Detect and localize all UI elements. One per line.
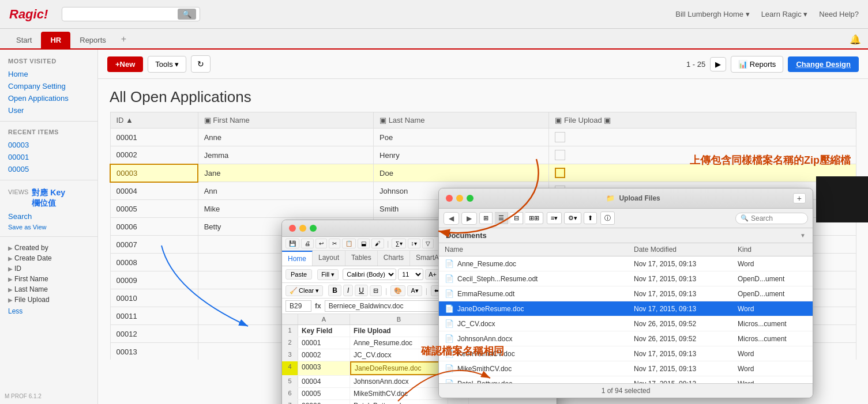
- table-row[interactable]: 00002JemmaHenry: [110, 146, 856, 164]
- italic-button[interactable]: I: [343, 285, 353, 296]
- close-btn[interactable]: [446, 195, 453, 202]
- file-row[interactable]: 📄JaneDoeResume.docNov 17, 2015, 09:13Wor…: [439, 301, 813, 316]
- field-last-name[interactable]: ▶ Last Name: [8, 284, 89, 294]
- back-button[interactable]: ◀: [444, 212, 459, 225]
- excel-cell-b: JaneDoeResume.doc: [350, 361, 448, 375]
- view-options-btn[interactable]: ≡▾: [547, 212, 562, 224]
- paste-button[interactable]: Paste: [285, 269, 312, 280]
- home-menu[interactable]: Bill Lumbergh Home ▾: [675, 10, 749, 18]
- gear-btn[interactable]: ⚙▾: [564, 212, 581, 224]
- file-row[interactable]: 📄Cecil_Steph...Resume.odtNov 17, 2015, 0…: [439, 271, 813, 286]
- field-created-by[interactable]: ▶ Created by: [8, 243, 89, 253]
- file-row[interactable]: 📄JohnsonAnn.docxNov 26, 2015, 09:52Micro…: [439, 331, 813, 346]
- excel-tb-btn-7[interactable]: 🖌: [371, 239, 384, 248]
- maximize-btn[interactable]: [467, 195, 474, 202]
- excel-tb-btn-5[interactable]: 📋: [342, 239, 356, 248]
- bold-button[interactable]: B: [328, 285, 341, 296]
- search-button[interactable]: 🔍: [178, 9, 196, 20]
- excel-minimize-btn[interactable]: [299, 225, 306, 232]
- next-page-button[interactable]: ▶: [710, 57, 726, 71]
- file-row[interactable]: 📄MikeSmithCV.docNov 17, 2015, 09:13Word: [439, 361, 813, 376]
- sidebar-item-open-applications[interactable]: Open Applications: [0, 92, 97, 104]
- learn-menu[interactable]: Learn Ragic ▾: [761, 10, 808, 18]
- logo[interactable]: Ragic!: [9, 7, 48, 22]
- field-file-upload[interactable]: ▶ File Upload: [8, 294, 89, 305]
- tab-start[interactable]: Start: [7, 32, 41, 48]
- file-row[interactable]: 📄Anne_Resume.docNov 17, 2015, 09:13Word: [439, 256, 813, 271]
- sidebar-item-user[interactable]: User: [0, 104, 97, 116]
- excel-tb-btn-1[interactable]: 💾: [285, 239, 299, 248]
- win-plus-button[interactable]: +: [793, 193, 806, 203]
- excel-tab-home[interactable]: Home: [282, 251, 313, 266]
- file-row[interactable]: 📄EmmaResume.odtNov 17, 2015, 09:13OpenD.…: [439, 286, 813, 301]
- view-icon-btn[interactable]: ⊞: [479, 212, 493, 224]
- highlight-btn[interactable]: 🎨: [390, 285, 405, 296]
- file-icon: 📄: [445, 319, 454, 328]
- save-as-view-link[interactable]: Save as View: [0, 222, 97, 232]
- file-kind: Word: [738, 260, 807, 268]
- search-input[interactable]: [66, 10, 178, 18]
- forward-button[interactable]: ▶: [461, 212, 477, 225]
- recent-item-3[interactable]: 00005: [0, 163, 97, 175]
- font-family-select[interactable]: Calibri (Body): [343, 269, 396, 280]
- font-color-btn[interactable]: A▾: [407, 285, 422, 296]
- excel-tb-btn-6[interactable]: ⬓: [358, 239, 370, 248]
- col-first-name: ▣ First Name: [198, 112, 373, 129]
- minimize-btn[interactable]: [456, 195, 463, 202]
- field-first-name[interactable]: ▶ First Name: [8, 274, 89, 284]
- win-search-input[interactable]: [751, 214, 803, 222]
- info-btn[interactable]: ⓘ: [600, 212, 615, 225]
- excel-maximize-btn[interactable]: [310, 225, 317, 232]
- table-row[interactable]: 00001AnnePoe: [110, 129, 856, 146]
- cell-ref-box[interactable]: B29: [285, 300, 311, 312]
- excel-tb-btn-4[interactable]: ✂: [329, 239, 340, 248]
- reports-button[interactable]: 📊 Reports: [731, 56, 783, 73]
- tools-button[interactable]: Tools ▾: [148, 56, 186, 73]
- tab-reports[interactable]: Reports: [70, 32, 115, 48]
- excel-tb-btn-2[interactable]: 🖨: [301, 239, 314, 248]
- field-create-date[interactable]: ▶ Create Date: [8, 253, 89, 263]
- clear-button[interactable]: 🧹 Clear ▾: [285, 285, 323, 296]
- table-row[interactable]: 00003JaneDoe: [110, 164, 856, 182]
- fill-button[interactable]: Fill ▾: [317, 269, 339, 280]
- cell-last-name: Henry: [374, 146, 549, 164]
- notification-bell[interactable]: 🔔: [850, 34, 861, 48]
- excel-cell-b: Patel_Bettycv.doc: [350, 400, 448, 404]
- new-button[interactable]: +New: [107, 56, 143, 72]
- excel-cell-a: 00001: [298, 337, 350, 349]
- search-link[interactable]: Search: [0, 210, 97, 222]
- excel-close-btn[interactable]: [289, 225, 296, 232]
- excel-tb-btn-filter[interactable]: ▽: [422, 239, 434, 248]
- less-link[interactable]: Less: [0, 306, 97, 316]
- excel-tb-btn-sum[interactable]: ∑▾: [392, 239, 405, 248]
- excel-row[interactable]: 700006Patel_Bettycv.doc: [282, 400, 557, 404]
- view-list-btn[interactable]: ☰: [495, 212, 508, 224]
- upload-window-toolbar: ◀ ▶ ⊞ ☰ ⊟ ⊞⊞ ≡▾ ⚙▾ ⬆ ⓘ 🔍: [439, 209, 813, 228]
- recent-item-2[interactable]: 00001: [0, 151, 97, 163]
- excel-tab-charts[interactable]: Charts: [378, 251, 410, 266]
- strikethrough-btn[interactable]: ⊟: [370, 285, 382, 296]
- excel-tb-btn-3[interactable]: ↩: [315, 239, 327, 248]
- sidebar-item-company-setting[interactable]: Company Setting: [0, 80, 97, 92]
- recent-item-1[interactable]: 00003: [0, 139, 97, 151]
- sidebar-item-home[interactable]: Home: [0, 68, 97, 80]
- sort-btn[interactable]: ▼: [800, 232, 806, 239]
- view-gallery-btn[interactable]: ⊞⊞: [525, 212, 543, 224]
- refresh-button[interactable]: ↻: [191, 55, 211, 73]
- excel-tab-tables[interactable]: Tables: [345, 251, 378, 266]
- view-columns-btn[interactable]: ⊟: [510, 212, 523, 224]
- tab-hr[interactable]: HR: [41, 32, 70, 48]
- file-row[interactable]: 📄JC_CV.docxNov 26, 2015, 09:52Micros...c…: [439, 316, 813, 331]
- help-link[interactable]: Need Help?: [819, 10, 859, 18]
- font-size-select[interactable]: 11: [398, 269, 423, 280]
- excel-row-num: 4: [282, 361, 298, 375]
- file-row[interactable]: 📄Patel_Bettycv.docNov 17, 2015, 09:13Wor…: [439, 376, 813, 383]
- excel-tb-btn-sort[interactable]: ↕▾: [408, 239, 420, 248]
- share-btn[interactable]: ⬆: [584, 212, 597, 224]
- change-design-button[interactable]: Change Design: [788, 56, 859, 72]
- field-id[interactable]: ▶ ID: [8, 263, 89, 274]
- excel-tab-layout[interactable]: Layout: [313, 251, 345, 266]
- add-tab-button[interactable]: +: [115, 30, 132, 48]
- file-row[interactable]: 📄KeenVelmaCV.docNov 17, 2015, 09:13Word: [439, 346, 813, 361]
- underline-button[interactable]: U: [355, 285, 368, 296]
